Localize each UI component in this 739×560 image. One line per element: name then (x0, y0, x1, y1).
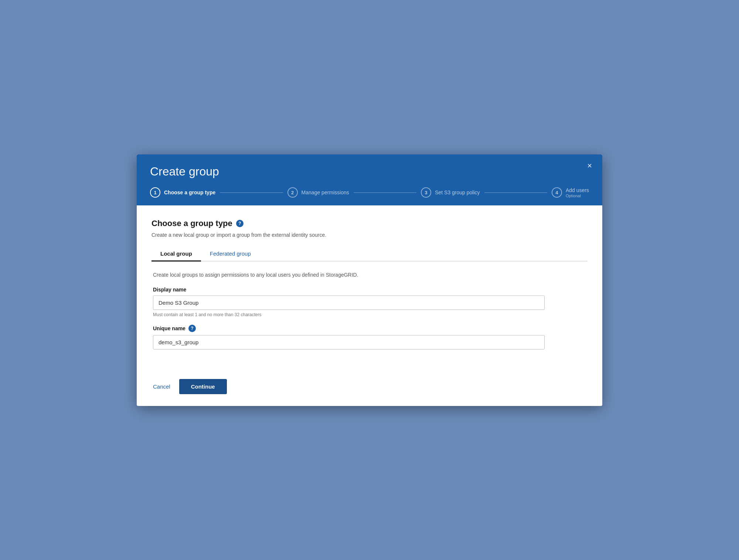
display-name-input[interactable] (153, 296, 545, 310)
step-3-label: Set S3 group policy (435, 189, 480, 195)
step-2-label: Manage permissions (302, 189, 349, 195)
modal-header: × Create group 1 Choose a group type 2 M… (137, 154, 602, 205)
connector-3-4 (484, 192, 547, 193)
unique-name-group: Unique name ? (153, 325, 586, 349)
modal-footer: Cancel Continue (137, 370, 602, 406)
unique-name-label: Unique name ? (153, 325, 586, 332)
step-3-circle: 3 (421, 187, 431, 198)
step-4-circle: 4 (552, 187, 562, 198)
display-name-hint: Must contain at least 1 and no more than… (153, 312, 586, 317)
cancel-button[interactable]: Cancel (151, 380, 172, 393)
step-4: 4 Add users Optional (552, 187, 589, 198)
step-1-label: Choose a group type (164, 189, 215, 195)
unique-name-help-icon[interactable]: ? (188, 325, 196, 332)
step-2-circle: 2 (287, 187, 298, 198)
step-1: 1 Choose a group type (150, 187, 215, 198)
connector-1-2 (220, 192, 283, 193)
continue-button[interactable]: Continue (179, 379, 227, 394)
modal-title: Create group (150, 165, 589, 178)
step-1-circle: 1 (150, 187, 160, 198)
step-4-label-group: Add users Optional (566, 187, 589, 198)
modal-body: Choose a group type ? Create a new local… (137, 205, 602, 370)
tab-description: Create local groups to assign permission… (153, 272, 586, 278)
display-name-label: Display name (153, 287, 586, 293)
step-4-optional: Optional (566, 194, 581, 198)
group-type-tabs: Local group Federated group (151, 247, 588, 262)
section-help-icon[interactable]: ? (236, 220, 244, 227)
step-4-label: Add users (566, 187, 589, 193)
tab-local-content: Create local groups to assign permission… (151, 272, 588, 349)
section-description: Create a new local group or import a gro… (151, 232, 588, 238)
close-button[interactable]: × (587, 162, 592, 170)
section-title: Choose a group type ? (151, 219, 588, 228)
step-2: 2 Manage permissions (287, 187, 349, 198)
create-group-modal: × Create group 1 Choose a group type 2 M… (137, 154, 602, 406)
step-3: 3 Set S3 group policy (421, 187, 480, 198)
connector-2-3 (354, 192, 416, 193)
unique-name-input[interactable] (153, 335, 545, 349)
stepper: 1 Choose a group type 2 Manage permissio… (150, 187, 589, 198)
tab-local-group[interactable]: Local group (151, 247, 201, 262)
tab-federated-group[interactable]: Federated group (201, 247, 260, 262)
display-name-group: Display name Must contain at least 1 and… (153, 287, 586, 317)
